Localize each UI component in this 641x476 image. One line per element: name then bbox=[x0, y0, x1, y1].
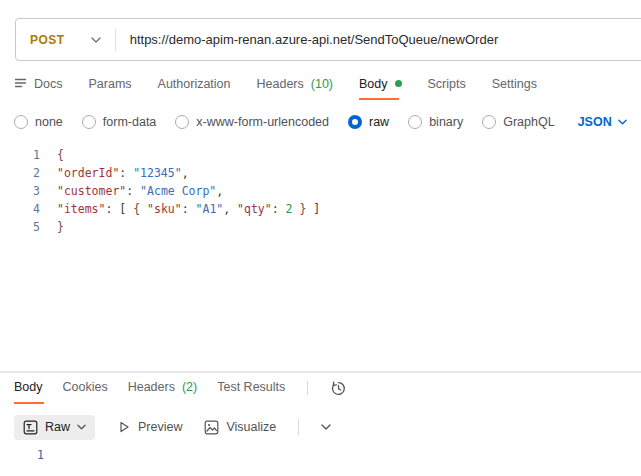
tab-label: Headers bbox=[128, 380, 175, 394]
response-line-number: 1 bbox=[0, 446, 44, 464]
chevron-down-icon bbox=[618, 119, 627, 125]
radio-form-data[interactable]: form-data bbox=[82, 115, 157, 129]
method-label: POST bbox=[30, 33, 65, 47]
tab-label: Scripts bbox=[428, 77, 466, 91]
response-tab-test-results[interactable]: Test Results bbox=[217, 380, 285, 404]
radio-binary[interactable]: binary bbox=[408, 115, 463, 129]
tab-label: Headers bbox=[257, 77, 304, 91]
tab-label: Params bbox=[88, 77, 131, 91]
tab-label: Docs bbox=[34, 77, 62, 91]
request-body-editor[interactable]: 1{2"orderId": "12345",3"customer": "Acme… bbox=[0, 146, 641, 371]
body-type-row: none form-data x-www-form-urlencoded raw… bbox=[14, 110, 627, 134]
tab-headers[interactable]: Headers (10) bbox=[257, 77, 333, 100]
radio-circle-icon bbox=[482, 115, 496, 129]
radio-x-www-form-urlencoded[interactable]: x-www-form-urlencoded bbox=[175, 115, 329, 129]
headers-count-badge: (10) bbox=[311, 77, 333, 91]
method-dropdown[interactable]: POST bbox=[16, 33, 115, 47]
language-label: JSON bbox=[578, 115, 612, 129]
image-icon bbox=[204, 420, 219, 435]
radio-selected-icon bbox=[348, 115, 362, 129]
radio-label: none bbox=[35, 115, 63, 129]
tab-label: Authorization bbox=[158, 77, 231, 91]
radio-label: GraphQL bbox=[503, 115, 554, 129]
radio-circle-icon bbox=[175, 115, 189, 129]
request-tabs: Docs Params Authorization Headers (10) B… bbox=[14, 74, 537, 102]
response-tabs-divider bbox=[307, 381, 308, 395]
toolbar-divider bbox=[298, 419, 299, 435]
response-tab-body[interactable]: Body bbox=[14, 380, 43, 404]
response-tabs: Body Cookies Headers (2) Test Results bbox=[14, 379, 347, 405]
tab-label: Cookies bbox=[63, 380, 108, 394]
radio-none[interactable]: none bbox=[14, 115, 63, 129]
radio-circle-icon bbox=[408, 115, 422, 129]
radio-label: raw bbox=[369, 115, 389, 129]
play-outline-icon bbox=[117, 420, 131, 434]
postman-request-view: POST Docs Params Authorization Headers (… bbox=[0, 0, 641, 476]
tab-settings[interactable]: Settings bbox=[492, 77, 537, 100]
raw-view-button[interactable]: Raw bbox=[14, 415, 95, 440]
url-input[interactable] bbox=[116, 32, 641, 47]
tab-body[interactable]: Body bbox=[359, 77, 402, 100]
response-toolbar: Raw Preview Visualize bbox=[14, 413, 331, 441]
radio-label: x-www-form-urlencoded bbox=[196, 115, 329, 129]
url-bar: POST bbox=[15, 18, 641, 61]
tab-label: Body bbox=[14, 380, 43, 394]
response-headers-count-badge: (2) bbox=[182, 380, 197, 394]
preview-label: Preview bbox=[138, 420, 182, 434]
response-tab-cookies[interactable]: Cookies bbox=[63, 380, 108, 404]
chevron-down-icon bbox=[321, 424, 331, 430]
visualize-label: Visualize bbox=[226, 420, 276, 434]
request-response-divider[interactable] bbox=[0, 371, 641, 373]
request-body-editor-lines: 1{2"orderId": "12345",3"customer": "Acme… bbox=[0, 146, 641, 236]
tab-docs[interactable]: Docs bbox=[14, 77, 62, 100]
raw-text-icon bbox=[23, 420, 38, 435]
radio-label: binary bbox=[429, 115, 463, 129]
tab-params[interactable]: Params bbox=[88, 77, 131, 100]
radio-label: form-data bbox=[103, 115, 157, 129]
response-history-button[interactable] bbox=[330, 380, 347, 405]
tab-label: Test Results bbox=[217, 380, 285, 394]
body-modified-dot bbox=[395, 80, 402, 87]
response-body-editor[interactable]: 1 bbox=[0, 446, 641, 476]
raw-label: Raw bbox=[45, 420, 70, 434]
tab-label: Settings bbox=[492, 77, 537, 91]
chevron-down-icon bbox=[91, 37, 101, 43]
radio-circle-icon bbox=[14, 115, 28, 129]
tab-label: Body bbox=[359, 77, 388, 91]
visualize-button[interactable]: Visualize bbox=[204, 420, 276, 435]
radio-circle-icon bbox=[82, 115, 96, 129]
preview-button[interactable]: Preview bbox=[117, 420, 182, 434]
tab-scripts[interactable]: Scripts bbox=[428, 77, 466, 100]
docs-list-icon bbox=[14, 78, 27, 89]
language-dropdown[interactable]: JSON bbox=[578, 115, 627, 129]
radio-graphql[interactable]: GraphQL bbox=[482, 115, 554, 129]
radio-raw[interactable]: raw bbox=[348, 115, 389, 129]
response-tab-headers[interactable]: Headers (2) bbox=[128, 380, 198, 404]
chevron-down-icon bbox=[77, 424, 86, 430]
history-clock-icon bbox=[330, 380, 347, 397]
more-views-dropdown[interactable] bbox=[321, 424, 331, 430]
tab-authorization[interactable]: Authorization bbox=[158, 77, 231, 100]
